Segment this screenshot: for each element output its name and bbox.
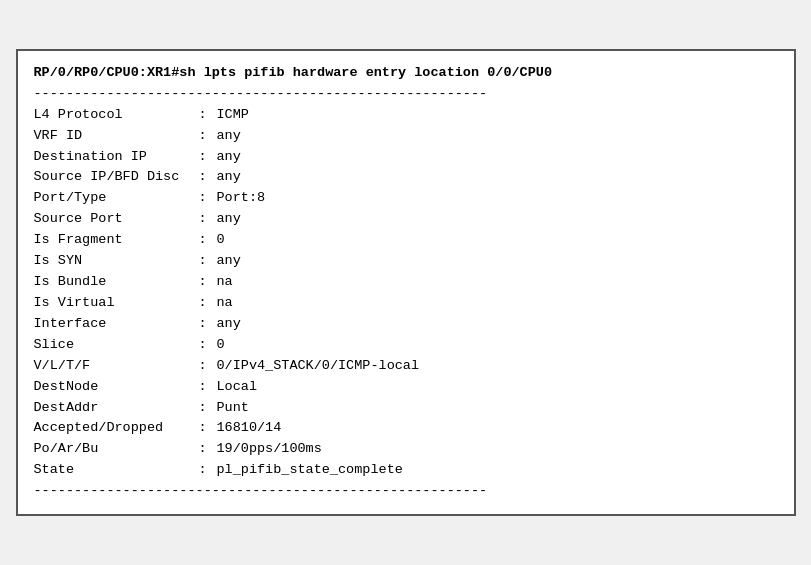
- row-value: Port:8: [217, 188, 778, 209]
- row-label: Po/Ar/Bu: [34, 439, 199, 460]
- row-label: Destination IP: [34, 147, 199, 168]
- row-label: Is Virtual: [34, 293, 199, 314]
- table-row: L4 Protocol : ICMP: [34, 105, 778, 126]
- row-label: Source Port: [34, 209, 199, 230]
- table-row: V/L/T/F : 0/IPv4_STACK/0/ICMP-local: [34, 356, 778, 377]
- row-label: Slice: [34, 335, 199, 356]
- row-value: na: [217, 293, 778, 314]
- row-label: Is SYN: [34, 251, 199, 272]
- row-value: 0: [217, 335, 778, 356]
- table-row: Is SYN : any: [34, 251, 778, 272]
- row-label: L4 Protocol: [34, 105, 199, 126]
- row-label: Port/Type: [34, 188, 199, 209]
- row-value: 0/IPv4_STACK/0/ICMP-local: [217, 356, 778, 377]
- terminal-output: RP/0/RP0/CPU0:XR1#sh lpts pifib hardware…: [16, 49, 796, 516]
- row-colon: :: [199, 356, 217, 377]
- table-row: DestAddr : Punt: [34, 398, 778, 419]
- row-colon: :: [199, 377, 217, 398]
- bottom-divider: ----------------------------------------…: [34, 481, 778, 502]
- table-row: Slice : 0: [34, 335, 778, 356]
- top-divider: ----------------------------------------…: [34, 84, 778, 105]
- table-row: Po/Ar/Bu : 19/0pps/100ms: [34, 439, 778, 460]
- row-value: Local: [217, 377, 778, 398]
- table-row: Is Virtual : na: [34, 293, 778, 314]
- row-colon: :: [199, 293, 217, 314]
- row-value: any: [217, 209, 778, 230]
- row-value: na: [217, 272, 778, 293]
- row-value: 19/0pps/100ms: [217, 439, 778, 460]
- row-label: Interface: [34, 314, 199, 335]
- row-value: ICMP: [217, 105, 778, 126]
- row-value: any: [217, 314, 778, 335]
- entry-rows: L4 Protocol : ICMPVRF ID : anyDestinatio…: [34, 105, 778, 482]
- row-value: 16810/14: [217, 418, 778, 439]
- table-row: Is Fragment : 0: [34, 230, 778, 251]
- row-colon: :: [199, 188, 217, 209]
- table-row: Destination IP : any: [34, 147, 778, 168]
- row-colon: :: [199, 147, 217, 168]
- row-colon: :: [199, 230, 217, 251]
- row-label: Source IP/BFD Disc: [34, 167, 199, 188]
- row-value: pl_pifib_state_complete: [217, 460, 778, 481]
- row-colon: :: [199, 439, 217, 460]
- row-label: State: [34, 460, 199, 481]
- row-label: DestNode: [34, 377, 199, 398]
- row-colon: :: [199, 335, 217, 356]
- row-value: any: [217, 126, 778, 147]
- table-row: Accepted/Dropped : 16810/14: [34, 418, 778, 439]
- command-line: RP/0/RP0/CPU0:XR1#sh lpts pifib hardware…: [34, 63, 778, 84]
- table-row: Is Bundle : na: [34, 272, 778, 293]
- row-label: Is Bundle: [34, 272, 199, 293]
- row-value: any: [217, 167, 778, 188]
- row-value: any: [217, 251, 778, 272]
- row-colon: :: [199, 167, 217, 188]
- row-colon: :: [199, 209, 217, 230]
- row-value: any: [217, 147, 778, 168]
- row-label: VRF ID: [34, 126, 199, 147]
- table-row: Source Port : any: [34, 209, 778, 230]
- table-row: Interface : any: [34, 314, 778, 335]
- row-colon: :: [199, 251, 217, 272]
- table-row: Port/Type : Port:8: [34, 188, 778, 209]
- row-colon: :: [199, 460, 217, 481]
- row-colon: :: [199, 398, 217, 419]
- row-colon: :: [199, 314, 217, 335]
- row-colon: :: [199, 418, 217, 439]
- row-label: V/L/T/F: [34, 356, 199, 377]
- table-row: Source IP/BFD Disc : any: [34, 167, 778, 188]
- row-value: 0: [217, 230, 778, 251]
- row-colon: :: [199, 126, 217, 147]
- row-colon: :: [199, 105, 217, 126]
- table-row: State : pl_pifib_state_complete: [34, 460, 778, 481]
- row-label: Accepted/Dropped: [34, 418, 199, 439]
- row-label: DestAddr: [34, 398, 199, 419]
- table-row: DestNode : Local: [34, 377, 778, 398]
- row-value: Punt: [217, 398, 778, 419]
- table-row: VRF ID : any: [34, 126, 778, 147]
- row-colon: :: [199, 272, 217, 293]
- row-label: Is Fragment: [34, 230, 199, 251]
